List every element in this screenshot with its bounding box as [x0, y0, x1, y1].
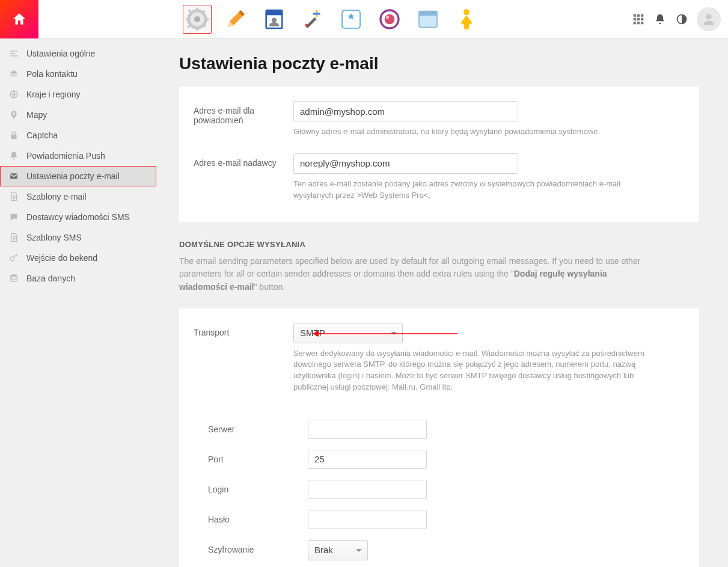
sidebar-item-label: Szablony SMS [26, 233, 148, 242]
sidebar-item-label: Wejście do bekend [26, 253, 148, 263]
app-lens-icon[interactable] [375, 5, 404, 34]
svg-marker-45 [313, 331, 319, 337]
svg-point-24 [463, 9, 470, 15]
content: Ustawienia poczty e-mail Adres e-mail dl… [156, 38, 728, 567]
svg-point-38 [16, 55, 18, 57]
smtp-pass-label: Hasło [208, 510, 308, 524]
app-person-icon[interactable] [452, 5, 481, 34]
smtp-fields: Serwer Port Login Hasło Szyfrowanie [194, 420, 685, 560]
top-app-icons: * [183, 5, 481, 34]
sidebar-item-countries[interactable]: Kraje i regiony [0, 84, 156, 105]
sidebar-item-sms-providers[interactable]: Dostawcy wiadomości SMS [0, 207, 156, 227]
contrast-icon[interactable] [675, 13, 688, 26]
bell-icon [8, 150, 19, 161]
app-tools-icon[interactable] [298, 5, 327, 34]
sender-email-input[interactable] [293, 153, 518, 174]
smtp-enc-select[interactable]: Brak [308, 540, 368, 560]
svg-rect-26 [637, 14, 640, 17]
sidebar-item-label: Mapy [26, 110, 148, 120]
svg-rect-28 [634, 18, 636, 20]
svg-point-43 [11, 274, 17, 277]
apps-grid-icon[interactable] [632, 13, 645, 26]
sidebar-item-label: Pola kontaktu [26, 69, 148, 79]
smtp-pass-input[interactable] [308, 510, 427, 529]
smtp-server-input[interactable] [308, 420, 427, 439]
lock-icon [8, 130, 19, 141]
pin-icon [8, 109, 19, 120]
sidebar-item-label: Ustawienia ogólne [26, 49, 148, 58]
svg-rect-23 [419, 11, 437, 16]
svg-rect-3 [196, 7, 198, 11]
chat-icon [8, 212, 19, 222]
svg-point-20 [385, 14, 395, 24]
app-contacts-icon[interactable] [260, 5, 289, 34]
annotation-arrow-icon [310, 329, 460, 341]
sidebar: Ustawienia ogólne Pola kontaktu Kraje i … [0, 38, 156, 567]
svg-rect-15 [313, 13, 320, 14]
svg-point-16 [305, 23, 308, 26]
svg-point-35 [706, 14, 712, 19]
app-settings-icon[interactable] [183, 5, 212, 34]
smtp-server-label: Serwer [208, 420, 308, 434]
svg-point-2 [194, 16, 200, 22]
sender-email-hint: Ten adres e-mail zostanie podany jako ad… [293, 179, 630, 201]
doc-icon [8, 232, 19, 243]
home-button[interactable] [0, 0, 38, 38]
smtp-port-input[interactable] [308, 450, 427, 469]
notify-email-label: Adres e-mail dla powiadomień [194, 101, 293, 125]
sidebar-item-captcha[interactable]: Captcha [0, 125, 156, 146]
svg-rect-12 [266, 10, 283, 15]
notify-email-hint: Główny adres e-mail administratora, na k… [293, 126, 630, 138]
sidebar-item-database[interactable]: Baza danych [0, 268, 156, 289]
sidebar-item-general[interactable]: Ustawienia ogólne [0, 43, 156, 64]
transport-hint: Serwer dedykowany do wysyłania wiadomośc… [293, 348, 648, 393]
sidebar-item-email-templates[interactable]: Szablony e-mail [0, 186, 156, 207]
bell-icon[interactable] [653, 13, 667, 26]
user-avatar[interactable] [697, 7, 721, 31]
app-edit-icon[interactable] [221, 5, 250, 34]
svg-rect-4 [196, 26, 198, 31]
layers-icon [8, 69, 19, 79]
sidebar-item-label: Ustawienia poczty e-mail [26, 171, 148, 181]
addresses-panel: Adres e-mail dla powiadomień Główny adre… [179, 87, 699, 222]
smtp-login-input[interactable] [308, 480, 427, 499]
sidebar-item-contact-fields[interactable]: Pola kontaktu [0, 64, 156, 84]
sidebar-item-backend-login[interactable]: Wejście do bekend [0, 248, 156, 268]
mail-icon [8, 171, 19, 182]
topbar: * [0, 0, 728, 38]
smtp-login-label: Login [208, 480, 308, 494]
svg-point-13 [272, 17, 277, 22]
sending-section-sub: The email sending parameters specified b… [179, 255, 654, 294]
svg-point-42 [10, 257, 14, 261]
sidebar-item-sms-templates[interactable]: Szablony SMS [0, 227, 156, 248]
svg-rect-6 [205, 18, 209, 20]
sidebar-item-push[interactable]: Powiadomienia Push [0, 146, 156, 166]
smtp-enc-label: Szyfrowanie [208, 540, 308, 554]
sidebar-item-email-settings[interactable]: Ustawienia poczty e-mail [0, 166, 156, 186]
sidebar-item-label: Captcha [26, 130, 148, 140]
page-title: Ustawienia poczty e-mail [179, 54, 699, 73]
db-icon [8, 273, 19, 284]
transport-label: Transport [194, 323, 293, 337]
sidebar-item-label: Kraje i regiony [26, 90, 148, 99]
svg-rect-31 [634, 22, 636, 24]
svg-text:*: * [348, 11, 354, 27]
sender-email-label: Adres e-mail nadawcy [194, 153, 293, 168]
svg-rect-30 [641, 18, 643, 20]
sidebar-item-label: Baza danych [26, 274, 148, 283]
app-star-icon[interactable]: * [337, 5, 366, 34]
svg-rect-33 [641, 22, 643, 24]
sidebar-item-maps[interactable]: Mapy [0, 105, 156, 125]
sending-section-head: DOMYŚLNE OPCJE WYSYŁANIA [179, 240, 699, 249]
svg-rect-40 [11, 135, 16, 139]
smtp-port-label: Port [208, 450, 308, 464]
svg-rect-32 [637, 22, 640, 24]
doc-icon [8, 191, 19, 202]
home-icon [11, 11, 27, 27]
app-window-icon[interactable] [414, 5, 442, 34]
svg-rect-25 [634, 14, 636, 17]
svg-rect-29 [637, 18, 640, 20]
notify-email-input[interactable] [293, 101, 518, 121]
svg-rect-5 [186, 18, 190, 20]
sidebar-item-label: Dostawcy wiadomości SMS [26, 212, 148, 222]
